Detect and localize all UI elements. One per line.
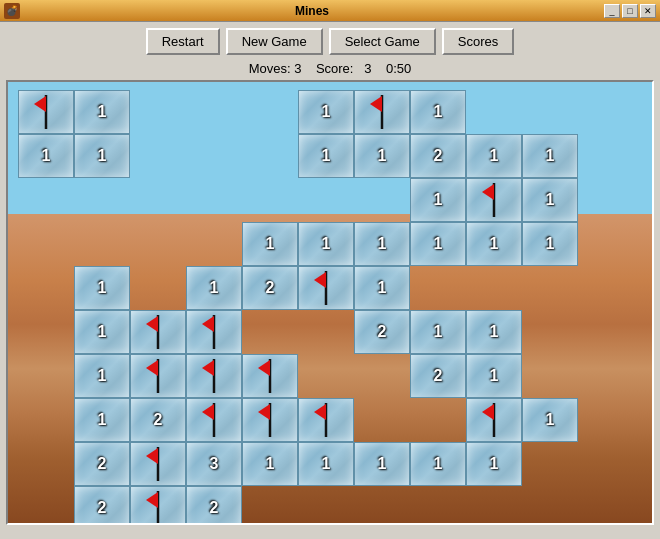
cell-r5-c6[interactable]: 2 (354, 310, 410, 354)
cell-r4-c1[interactable]: 1 (74, 266, 130, 310)
window-icon: 💣 (4, 3, 20, 19)
svg-marker-17 (258, 360, 270, 376)
flag-icon (478, 401, 510, 439)
cell-r2-c9[interactable]: 1 (522, 178, 578, 222)
cell-r1-c7[interactable]: 2 (410, 134, 466, 178)
select-game-button[interactable]: Select Game (329, 28, 436, 55)
status-bar: Moves: 3 Score: 3 0:50 (6, 61, 654, 76)
cell-r8-c8[interactable]: 1 (466, 442, 522, 486)
score-label: Score: (316, 61, 354, 76)
cell-r8-c2[interactable] (130, 442, 186, 486)
cell-r3-c7[interactable]: 1 (410, 222, 466, 266)
cell-r3-c5[interactable]: 1 (298, 222, 354, 266)
cell-r6-c7[interactable]: 2 (410, 354, 466, 398)
cell-r7-c5[interactable] (298, 398, 354, 442)
cell-r9-c3[interactable]: 2 (186, 486, 242, 525)
cell-r3-c9[interactable]: 1 (522, 222, 578, 266)
close-button[interactable]: ✕ (640, 4, 656, 18)
window-title: Mines (20, 4, 604, 18)
svg-marker-7 (314, 272, 326, 288)
svg-marker-9 (146, 316, 158, 332)
moves-value: 3 (294, 61, 301, 76)
cell-r8-c4[interactable]: 1 (242, 442, 298, 486)
flag-icon (366, 93, 398, 131)
cell-r2-c8[interactable] (466, 178, 522, 222)
cell-r6-c4[interactable] (242, 354, 298, 398)
cell-r5-c1[interactable]: 1 (74, 310, 130, 354)
cell-r0-c0[interactable] (18, 90, 74, 134)
svg-marker-19 (202, 404, 214, 420)
svg-marker-27 (146, 448, 158, 464)
cell-r7-c4[interactable] (242, 398, 298, 442)
cell-r5-c3[interactable] (186, 310, 242, 354)
flag-icon (30, 93, 62, 131)
restore-button[interactable]: □ (622, 4, 638, 18)
cell-r8-c1[interactable]: 2 (74, 442, 130, 486)
svg-marker-23 (314, 404, 326, 420)
cell-r1-c1[interactable]: 1 (74, 134, 130, 178)
flag-icon (254, 357, 286, 395)
cell-r7-c3[interactable] (186, 398, 242, 442)
svg-marker-11 (202, 316, 214, 332)
flag-icon (142, 489, 174, 525)
cell-r1-c0[interactable]: 1 (18, 134, 74, 178)
cell-r7-c9[interactable]: 1 (522, 398, 578, 442)
minimize-button[interactable]: _ (604, 4, 620, 18)
cell-r5-c2[interactable] (130, 310, 186, 354)
cell-r0-c5[interactable]: 1 (298, 90, 354, 134)
cell-r7-c2[interactable]: 2 (130, 398, 186, 442)
svg-marker-15 (202, 360, 214, 376)
cell-r6-c2[interactable] (130, 354, 186, 398)
cell-r5-c8[interactable]: 1 (466, 310, 522, 354)
cell-r8-c7[interactable]: 1 (410, 442, 466, 486)
cell-r5-c7[interactable]: 1 (410, 310, 466, 354)
cell-r0-c6[interactable] (354, 90, 410, 134)
flag-icon (142, 357, 174, 395)
scores-button[interactable]: Scores (442, 28, 514, 55)
cell-r8-c3[interactable]: 3 (186, 442, 242, 486)
toolbar: Restart New Game Select Game Scores (6, 28, 654, 55)
cell-r3-c8[interactable]: 1 (466, 222, 522, 266)
flag-icon (198, 357, 230, 395)
svg-marker-21 (258, 404, 270, 420)
cell-r1-c5[interactable]: 1 (298, 134, 354, 178)
cell-r0-c1[interactable]: 1 (74, 90, 130, 134)
svg-marker-13 (146, 360, 158, 376)
cell-r4-c3[interactable]: 1 (186, 266, 242, 310)
new-game-button[interactable]: New Game (226, 28, 323, 55)
flag-icon (198, 313, 230, 351)
cell-r8-c5[interactable]: 1 (298, 442, 354, 486)
svg-marker-1 (34, 96, 46, 112)
cell-r6-c8[interactable]: 1 (466, 354, 522, 398)
svg-marker-25 (482, 404, 494, 420)
cell-r0-c7[interactable]: 1 (410, 90, 466, 134)
cell-r4-c4[interactable]: 2 (242, 266, 298, 310)
cell-r9-c1[interactable]: 2 (74, 486, 130, 525)
svg-marker-29 (146, 492, 158, 508)
cell-r6-c1[interactable]: 1 (74, 354, 130, 398)
cell-r7-c1[interactable]: 1 (74, 398, 130, 442)
moves-label: Moves: (249, 61, 291, 76)
flag-icon (254, 401, 286, 439)
cell-r2-c7[interactable]: 1 (410, 178, 466, 222)
cell-r4-c6[interactable]: 1 (354, 266, 410, 310)
cell-r4-c5[interactable] (298, 266, 354, 310)
cell-r9-c2[interactable] (130, 486, 186, 525)
flag-icon (478, 181, 510, 219)
flag-icon (142, 445, 174, 483)
cell-r6-c3[interactable] (186, 354, 242, 398)
game-area: 11 111112111 1111111112 11 (6, 80, 654, 525)
cell-r1-c9[interactable]: 1 (522, 134, 578, 178)
cell-r7-c8[interactable] (466, 398, 522, 442)
score-value: 3 (364, 61, 371, 76)
cell-r3-c4[interactable]: 1 (242, 222, 298, 266)
svg-marker-3 (370, 96, 382, 112)
cell-r1-c6[interactable]: 1 (354, 134, 410, 178)
cell-r3-c6[interactable]: 1 (354, 222, 410, 266)
cell-r1-c8[interactable]: 1 (466, 134, 522, 178)
flag-icon (198, 401, 230, 439)
svg-marker-5 (482, 184, 494, 200)
title-buttons: _ □ ✕ (604, 4, 656, 18)
restart-button[interactable]: Restart (146, 28, 220, 55)
cell-r8-c6[interactable]: 1 (354, 442, 410, 486)
